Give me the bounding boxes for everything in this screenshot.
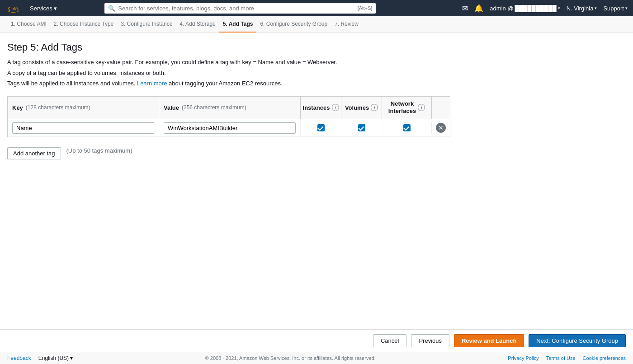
nav-right: ✉ 🔔 admin @ ██████████ ▾ N. Virginia ▾ S…: [462, 4, 628, 13]
col-action-header: [432, 97, 450, 119]
step-4[interactable]: 4. Add Storage: [176, 16, 219, 33]
step-navigation: 1. Choose AMI 2. Choose Instance Type 3.…: [0, 16, 633, 33]
footer-left: Feedback English (US) ▾: [7, 355, 73, 361]
search-icon: 🔍: [108, 5, 115, 12]
col-value-hint: (256 characters maximum): [182, 104, 246, 111]
search-input[interactable]: [104, 3, 376, 14]
support-caret-icon: ▾: [625, 6, 628, 10]
step-7[interactable]: 7. Review: [331, 16, 362, 33]
feedback-link[interactable]: Feedback: [7, 355, 31, 361]
search-shortcut: [Alt+S]: [358, 5, 373, 11]
add-another-tag-button[interactable]: Add another tag: [7, 147, 61, 159]
col-volumes-header: Volumes i: [341, 97, 382, 119]
col-value-label: Value: [164, 104, 179, 111]
previous-button[interactable]: Previous: [411, 334, 449, 347]
col-key-label: Key: [12, 104, 23, 111]
step-6[interactable]: 6. Configure Security Group: [256, 16, 331, 33]
region-label: N. Virginia: [567, 5, 594, 12]
services-caret-icon: ▾: [54, 5, 57, 12]
copyright-bar: Feedback English (US) ▾ © 2008 - 2021, A…: [0, 352, 633, 364]
support-label: Support: [603, 5, 624, 12]
key-input[interactable]: [12, 122, 154, 134]
footer-bar: Cancel Previous Review and Launch Next: …: [0, 329, 633, 352]
row-key-cell: [8, 120, 159, 136]
add-tag-row: Add another tag (Up to 50 tags maximum): [7, 142, 626, 159]
description-line3: Tags will be applied to all instances an…: [7, 79, 626, 88]
cookie-preferences-link[interactable]: Cookie preferences: [583, 355, 626, 361]
language-selector[interactable]: English (US) ▾: [38, 355, 73, 361]
search-bar: 🔍 [Alt+S]: [104, 3, 376, 14]
row-value-cell: [159, 120, 301, 136]
step-2[interactable]: 2. Choose Instance Type: [50, 16, 118, 33]
top-navigation: Services ▾ 🔍 [Alt+S] ✉ 🔔 admin @ ███████…: [0, 0, 633, 16]
admin-account: ██████████: [515, 5, 557, 12]
review-launch-button[interactable]: Review and Launch: [454, 334, 524, 347]
learn-more-link[interactable]: Learn more: [137, 80, 167, 87]
col-network-header: NetworkInterfaces i: [382, 97, 432, 119]
mail-icon[interactable]: ✉: [462, 4, 468, 13]
tag-hint: (Up to 50 tags maximum): [66, 147, 132, 154]
services-menu-button[interactable]: Services ▾: [27, 3, 60, 14]
admin-label: admin @: [490, 5, 513, 12]
description-line3-post: about tagging your Amazon EC2 resources.: [169, 80, 282, 87]
row-action-cell: ✕: [432, 119, 450, 136]
region-caret-icon: ▾: [595, 6, 597, 10]
copyright-links: Privacy Policy Terms of Use Cookie prefe…: [508, 355, 626, 361]
volumes-info-icon[interactable]: i: [371, 104, 378, 111]
admin-menu[interactable]: admin @ ██████████ ▾: [490, 5, 560, 12]
volumes-checkbox[interactable]: [358, 124, 365, 131]
language-label: English (US): [38, 355, 69, 361]
services-label: Services: [30, 5, 52, 12]
instances-info-icon[interactable]: i: [332, 104, 339, 111]
network-checkbox[interactable]: [403, 124, 411, 131]
language-caret-icon: ▾: [70, 355, 73, 361]
description-line2: A copy of a tag can be applied to volume…: [7, 69, 626, 78]
col-key-header: Key (128 characters maximum): [8, 97, 159, 119]
instances-checkbox[interactable]: [317, 124, 325, 131]
aws-logo[interactable]: [5, 3, 22, 13]
privacy-policy-link[interactable]: Privacy Policy: [508, 355, 539, 361]
value-input[interactable]: [164, 122, 296, 134]
step-3[interactable]: 3. Configure Instance: [117, 16, 176, 33]
support-menu[interactable]: Support ▾: [603, 5, 628, 12]
row-volumes-cell: [341, 121, 382, 134]
col-instances-header: Instances i: [301, 97, 341, 119]
main-content: Step 5: Add Tags A tag consists of a cas…: [0, 33, 633, 329]
region-menu[interactable]: N. Virginia ▾: [567, 5, 597, 12]
description-line3-pre: Tags will be applied to all instances an…: [7, 80, 135, 87]
network-info-icon[interactable]: i: [418, 104, 425, 111]
col-volumes-label: Volumes: [345, 104, 369, 111]
copyright-notice: © 2008 - 2021, Amazon Web Services, Inc.…: [205, 355, 376, 361]
next-configure-security-group-button[interactable]: Next: Configure Security Group: [529, 334, 626, 347]
table-header: Key (128 characters maximum) Value (256 …: [8, 97, 450, 120]
col-instances-label: Instances: [303, 104, 330, 111]
copyright-text: © 2008 - 2021, Amazon Web Services, Inc.…: [205, 355, 376, 361]
col-network-label: NetworkInterfaces: [388, 100, 416, 116]
table-row: ✕: [8, 119, 450, 137]
tags-table: Key (128 characters maximum) Value (256 …: [7, 96, 450, 138]
page-title: Step 5: Add Tags: [7, 42, 626, 53]
step-5[interactable]: 5. Add Tags: [219, 16, 257, 33]
col-value-header: Value (256 characters maximum): [159, 97, 301, 119]
terms-of-use-link[interactable]: Terms of Use: [546, 355, 576, 361]
remove-tag-button[interactable]: ✕: [436, 123, 446, 133]
col-key-hint: (128 characters maximum): [26, 104, 90, 111]
admin-caret-icon: ▾: [558, 6, 560, 10]
description-line1: A tag consists of a case-sensitive key-v…: [7, 58, 626, 67]
bell-icon[interactable]: 🔔: [474, 4, 483, 13]
step-1[interactable]: 1. Choose AMI: [7, 16, 50, 33]
row-instances-cell: [301, 121, 341, 134]
cancel-button[interactable]: Cancel: [373, 334, 406, 347]
row-network-cell: [382, 121, 432, 134]
